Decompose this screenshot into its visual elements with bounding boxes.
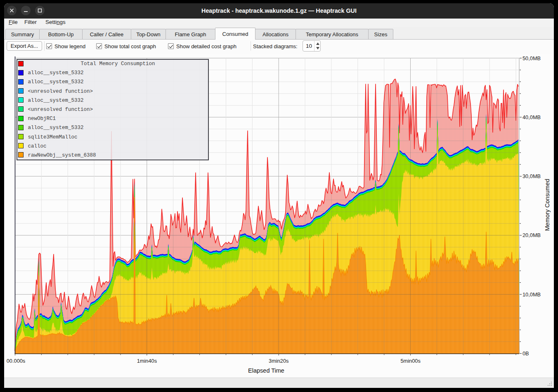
svg-text:5min00s: 5min00s (400, 358, 420, 364)
svg-text:Elapsed Time: Elapsed Time (248, 367, 284, 374)
svg-text:20,0MB: 20,0MB (523, 232, 541, 238)
svg-text:0B: 0B (523, 350, 529, 357)
svg-text:30,0MB: 30,0MB (523, 173, 541, 179)
svg-text:Memory Consumed: Memory Consumed (544, 179, 551, 231)
svg-text:10,0MB: 10,0MB (523, 291, 541, 298)
svg-text:50,0MB: 50,0MB (523, 55, 541, 61)
svg-text:00.000s: 00.000s (7, 358, 26, 364)
svg-text:3min20s: 3min20s (269, 358, 288, 364)
svg-text:40,0MB: 40,0MB (523, 114, 541, 120)
svg-text:1min40s: 1min40s (137, 358, 157, 364)
